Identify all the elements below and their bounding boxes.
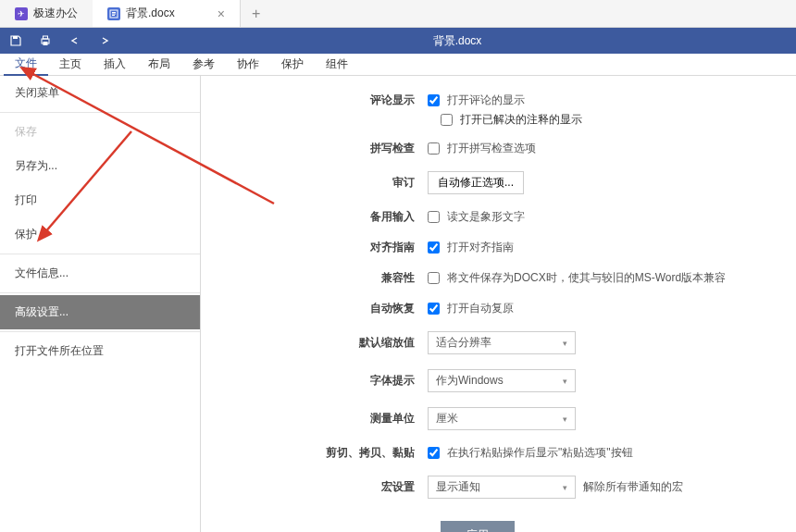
checkbox-compat[interactable] [428, 272, 440, 284]
svg-rect-9 [44, 42, 48, 45]
row-macro: 宏设置 显示通知 ▾ 解除所有带通知的宏 [219, 476, 777, 499]
undo-icon[interactable] [68, 34, 81, 47]
row-alt-input: 备用输入 读文是象形文字 [219, 209, 777, 225]
menu-components[interactable]: 组件 [315, 54, 359, 75]
settings-pane: 评论显示 打开评论的显示 打开已解决的注释的显示 拼写检查 打开拼写检查选项 审… [201, 76, 796, 532]
align-text: 打开对齐指南 [447, 240, 514, 255]
hint-label: 字体提示 [219, 373, 428, 389]
row-zoom: 默认缩放值 适合分辨率 ▾ [219, 331, 777, 354]
app-tab[interactable]: ✈ 极速办公 [0, 0, 93, 27]
doc-icon [107, 7, 120, 20]
svg-rect-8 [44, 36, 48, 39]
spell-label: 拼写检查 [219, 141, 428, 156]
sidebar-open-location[interactable]: 打开文件所在位置 [0, 334, 200, 368]
print-icon[interactable] [39, 34, 52, 47]
row-unit: 测量单位 厘米 ▾ [219, 407, 777, 430]
new-tab-button[interactable]: + [241, 6, 271, 22]
revision-label: 审订 [219, 175, 428, 191]
menubar: 文件 主页 插入 布局 参考 协作 保护 组件 [0, 54, 796, 76]
compat-label: 兼容性 [219, 270, 428, 286]
menu-references[interactable]: 参考 [181, 54, 226, 75]
row-align: 对齐指南 打开对齐指南 [219, 240, 777, 255]
checkbox-spell[interactable] [428, 142, 440, 155]
checkbox-comments-on[interactable] [428, 94, 440, 106]
menu-layout[interactable]: 布局 [137, 54, 181, 75]
content-area: 关闭菜单 保存 另存为... 打印 保护 文件信息... 高级设置... 打开文… [0, 76, 796, 532]
checkbox-paste[interactable] [428, 447, 440, 459]
sidebar-file-info[interactable]: 文件信息... [0, 256, 200, 291]
doc-tab-label: 背景.docx [126, 6, 175, 21]
quick-toolbar: 背景.docx [0, 28, 796, 54]
autorec-label: 自动恢复 [219, 301, 428, 316]
paste-label: 剪切、拷贝、黏贴 [219, 445, 428, 461]
row-autorec: 自动恢复 打开自动复原 [219, 301, 777, 316]
document-tab[interactable]: 背景.docx × [93, 0, 241, 27]
sidebar-close-menu[interactable]: 关闭菜单 [0, 76, 200, 110]
sidebar-print[interactable]: 打印 [0, 183, 200, 217]
close-icon[interactable]: × [218, 6, 225, 21]
comments-resolved-text: 打开已解决的注释的显示 [460, 112, 582, 128]
chevron-down-icon: ▾ [563, 377, 567, 386]
row-compat: 兼容性 将文件保存为DOCX时，使其与较旧的MS-Word版本兼容 [219, 270, 777, 286]
row-hint: 字体提示 作为Windows ▾ [219, 369, 777, 392]
sidebar-advanced[interactable]: 高级设置... [0, 295, 200, 329]
app-icon: ✈ [15, 7, 28, 20]
autorec-text: 打开自动复原 [447, 301, 514, 316]
menu-insert[interactable]: 插入 [93, 54, 137, 75]
sidebar-save-group: 保存 [0, 115, 200, 149]
chevron-down-icon: ▾ [563, 414, 567, 424]
checkbox-align[interactable] [428, 241, 440, 254]
menu-collab[interactable]: 协作 [226, 54, 270, 75]
apply-button[interactable]: 应用 [441, 521, 515, 532]
unit-value: 厘米 [436, 411, 458, 427]
toolbar-title: 背景.docx [433, 33, 482, 49]
macro-label: 宏设置 [219, 479, 428, 495]
comments-on-text: 打开评论的显示 [447, 93, 525, 108]
separator [0, 254, 200, 254]
macro-select[interactable]: 显示通知 ▾ [428, 476, 576, 499]
separator [0, 112, 200, 113]
spell-text: 打开拼写检查选项 [447, 141, 536, 156]
unit-select[interactable]: 厘米 ▾ [428, 407, 576, 430]
redo-icon[interactable] [98, 34, 111, 47]
alt-input-text: 读文是象形文字 [447, 209, 525, 225]
zoom-select[interactable]: 适合分辨率 ▾ [428, 331, 576, 354]
chevron-down-icon: ▾ [563, 339, 567, 348]
macro-side-text: 解除所有带通知的宏 [583, 479, 683, 495]
unit-label: 测量单位 [219, 411, 428, 427]
window-tabbar: ✈ 极速办公 背景.docx × + [0, 0, 796, 28]
macro-value: 显示通知 [436, 479, 480, 495]
compat-text: 将文件保存为DOCX时，使其与较旧的MS-Word版本兼容 [447, 270, 726, 286]
align-label: 对齐指南 [219, 240, 428, 255]
hint-value: 作为Windows [436, 373, 504, 389]
comments-label: 评论显示 [219, 93, 428, 108]
row-comments-resolved: 打开已解决的注释的显示 [441, 112, 777, 128]
checkbox-comments-resolved[interactable] [441, 114, 453, 126]
sidebar-save-as[interactable]: 另存为... [0, 149, 200, 183]
hint-select[interactable]: 作为Windows ▾ [428, 369, 576, 392]
svg-rect-6 [13, 36, 18, 39]
paste-text: 在执行粘贴操作后显示"粘贴选项"按钮 [447, 445, 633, 461]
zoom-value: 适合分辨率 [436, 335, 491, 351]
checkbox-autorec[interactable] [428, 303, 440, 315]
row-revision: 审订 自动修正选项... [219, 171, 777, 194]
row-spell: 拼写检查 打开拼写检查选项 [219, 141, 777, 156]
save-icon[interactable] [9, 34, 22, 47]
separator [0, 292, 200, 293]
separator [0, 331, 200, 332]
chevron-down-icon: ▾ [563, 483, 567, 492]
row-paste: 剪切、拷贝、黏贴 在执行粘贴操作后显示"粘贴选项"按钮 [219, 445, 777, 461]
row-comments: 评论显示 打开评论的显示 [219, 93, 777, 108]
file-sidebar: 关闭菜单 保存 另存为... 打印 保护 文件信息... 高级设置... 打开文… [0, 76, 201, 532]
menu-file[interactable]: 文件 [4, 53, 48, 76]
alt-input-label: 备用输入 [219, 209, 428, 225]
app-name: 极速办公 [33, 6, 78, 21]
checkbox-alt-input[interactable] [428, 211, 440, 223]
menu-home[interactable]: 主页 [48, 54, 93, 75]
menu-protect[interactable]: 保护 [270, 54, 315, 75]
revision-options-button[interactable]: 自动修正选项... [428, 171, 524, 194]
zoom-label: 默认缩放值 [219, 335, 428, 351]
sidebar-protect[interactable]: 保护 [0, 217, 200, 252]
